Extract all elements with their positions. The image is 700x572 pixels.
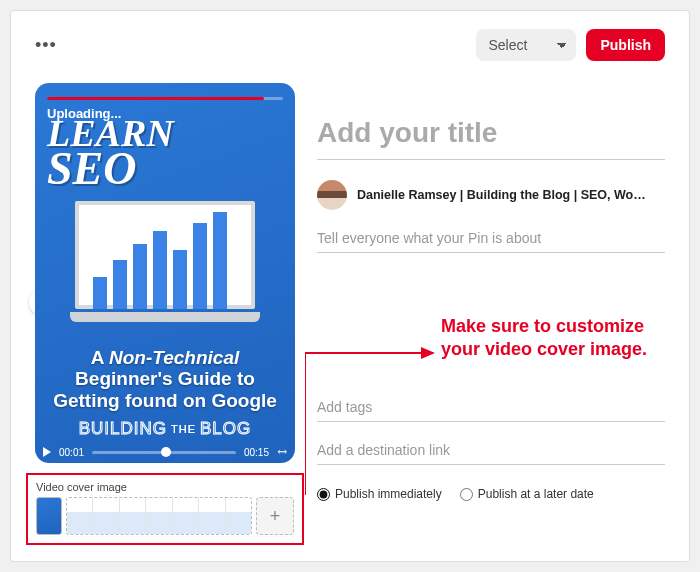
annotation-text: Make sure to customize your video cover … (441, 315, 681, 360)
destination-link-input[interactable] (317, 436, 665, 465)
scrubber[interactable] (92, 451, 236, 454)
publish-now-radio[interactable] (317, 488, 330, 501)
play-icon[interactable] (43, 447, 51, 457)
video-controls: 00:01 00:15 ⤢ (43, 445, 287, 459)
time-current: 00:01 (59, 447, 84, 458)
right-column: Danielle Ramsey | Building the Blog | SE… (317, 83, 665, 545)
description-input[interactable] (317, 224, 665, 253)
author-row: Danielle Ramsey | Building the Blog | SE… (317, 180, 665, 210)
scrubber-thumb[interactable] (161, 447, 171, 457)
cover-filmstrip[interactable] (66, 497, 252, 535)
publish-later-label: Publish at a later date (478, 487, 594, 501)
left-column: ✎ Uploading... LEARN SEO (35, 83, 295, 545)
more-options-icon[interactable]: ••• (35, 35, 57, 56)
publish-now-option[interactable]: Publish immediately (317, 487, 442, 501)
laptop-illustration (70, 201, 260, 321)
video-cover-section: Video cover image + (26, 473, 304, 545)
preview-brand: BUILDING THE BLOG (79, 419, 252, 439)
upload-progress-fill (47, 97, 264, 100)
cover-label: Video cover image (36, 481, 294, 493)
preview-headline: LEARN SEO (47, 117, 283, 188)
publish-button[interactable]: Publish (586, 29, 665, 61)
author-name: Danielle Ramsey | Building the Blog | SE… (357, 188, 647, 202)
publish-later-option[interactable]: Publish at a later date (460, 487, 594, 501)
upload-progress-track (47, 97, 283, 100)
preview-subtitle: A Non-Technical Beginner's Guide to Gett… (35, 347, 295, 411)
title-input[interactable] (317, 113, 665, 160)
plus-icon: + (270, 506, 281, 527)
add-cover-button[interactable]: + (256, 497, 294, 535)
publish-later-radio[interactable] (460, 488, 473, 501)
avatar (317, 180, 347, 210)
cover-row: + (36, 497, 294, 535)
publish-timing-group: Publish immediately Publish at a later d… (317, 487, 665, 501)
pin-editor-card: ••• Select Publish ✎ Uploading... LEARN (10, 10, 690, 562)
video-preview[interactable]: Uploading... LEARN SEO (35, 83, 295, 463)
board-select[interactable]: Select (476, 29, 576, 61)
top-right-group: Select Publish (476, 29, 665, 61)
top-bar: ••• Select Publish (35, 29, 665, 61)
publish-now-label: Publish immediately (335, 487, 442, 501)
main-columns: ✎ Uploading... LEARN SEO (35, 83, 665, 545)
time-total: 00:15 (244, 447, 269, 458)
fullscreen-icon[interactable]: ⤢ (274, 444, 291, 461)
cover-thumbnail[interactable] (36, 497, 62, 535)
tags-input[interactable] (317, 393, 665, 422)
